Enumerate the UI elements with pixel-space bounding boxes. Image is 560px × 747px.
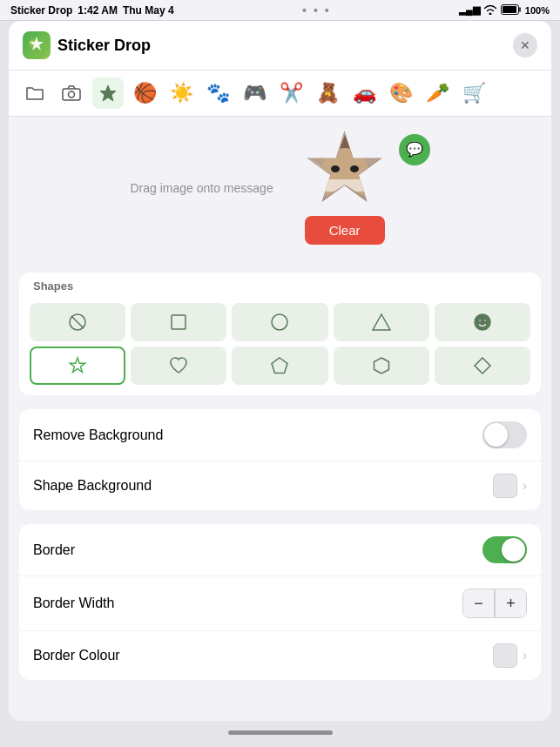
battery-percent: 100%	[525, 5, 550, 16]
three-dots: • • •	[302, 3, 330, 17]
svg-point-17	[272, 314, 287, 330]
svg-rect-13	[319, 179, 371, 192]
toolbar-bear[interactable]: 🧸	[312, 77, 343, 109]
battery-icon	[501, 4, 522, 17]
drag-hint: Drag image onto message	[130, 181, 273, 195]
modal-title: Sticker Drop	[57, 37, 151, 55]
shape-pentagon[interactable]	[232, 347, 327, 385]
modal: Sticker Drop ✕ 🏀 ☀️ 🐾 🎮 ✂️	[9, 21, 551, 721]
shape-triangle[interactable]	[334, 303, 429, 341]
remove-bg-row: Remove Background	[19, 409, 541, 461]
image-area: Drag image onto message	[9, 117, 551, 259]
shape-diamond[interactable]	[435, 347, 530, 385]
border-toggle-thumb	[502, 538, 525, 562]
status-bar: Sticker Drop 1:42 AM Thu May 4 • • • ▂▄▆…	[0, 0, 560, 21]
close-button[interactable]: ✕	[513, 33, 537, 57]
status-right: ▂▄▆ 100%	[459, 4, 550, 17]
toolbar: 🏀 ☀️ 🐾 🎮 ✂️ 🧸 🚗 🎨 🥕 🛒	[9, 71, 551, 117]
border-toggle[interactable]	[482, 536, 527, 563]
image-preview-wrapper: Clear	[305, 131, 385, 245]
modal-title-row: Sticker Drop	[23, 31, 151, 70]
status-date: Thu May 4	[123, 4, 174, 17]
wifi-icon	[483, 4, 497, 17]
app-name: Sticker Drop	[10, 4, 72, 17]
shape-bg-swatch	[493, 474, 517, 498]
remove-bg-label: Remove Background	[33, 427, 163, 443]
shape-square[interactable]	[131, 303, 226, 341]
face-image	[306, 131, 384, 209]
toggle-thumb	[484, 423, 508, 447]
svg-point-19	[475, 314, 490, 330]
toolbar-art[interactable]: 🎨	[385, 77, 416, 109]
shape-none[interactable]	[30, 303, 125, 341]
border-row: Border	[19, 524, 541, 576]
shape-bg-row[interactable]: Shape Background ›	[19, 461, 541, 510]
border-colour-label: Border Colour	[33, 648, 120, 663]
svg-rect-4	[63, 89, 80, 100]
svg-marker-6	[100, 85, 116, 101]
toolbar-carrot[interactable]: 🥕	[422, 77, 453, 109]
clear-button[interactable]: Clear	[305, 216, 385, 245]
svg-marker-22	[70, 358, 85, 373]
svg-line-15	[71, 316, 84, 328]
svg-point-10	[320, 148, 369, 204]
shape-heart[interactable]	[131, 347, 226, 385]
svg-point-20	[478, 320, 481, 322]
toolbar-sun[interactable]: ☀️	[165, 77, 197, 109]
svg-marker-24	[374, 358, 388, 374]
shape-bg-chevron: ›	[523, 478, 527, 494]
shape-star[interactable]	[30, 347, 125, 385]
shape-bg-right: ›	[493, 474, 527, 498]
bottom-handle	[228, 730, 333, 735]
status-time: 1:42 AM	[78, 4, 118, 17]
toolbar-car[interactable]: 🚗	[348, 77, 380, 109]
border-colour-chevron: ›	[523, 648, 527, 663]
shapes-section: Shapes	[19, 273, 541, 395]
close-icon: ✕	[520, 38, 530, 52]
border-section: Border Border Width − + Border Colour ›	[19, 524, 541, 680]
app-icon	[23, 31, 51, 59]
remove-bg-toggle[interactable]	[482, 421, 527, 448]
border-colour-row[interactable]: Border Colour ›	[19, 631, 541, 680]
shapes-title: Shapes	[19, 273, 541, 296]
border-colour-swatch	[493, 643, 517, 668]
toolbar-star[interactable]	[92, 77, 124, 109]
modal-header: Sticker Drop ✕	[9, 21, 551, 71]
toolbar-folder[interactable]	[19, 77, 51, 109]
signal-icon: ▂▄▆	[459, 4, 480, 16]
status-left: Sticker Drop 1:42 AM Thu May 4	[10, 4, 174, 17]
toolbar-camera[interactable]	[56, 77, 87, 109]
border-width-row: Border Width − +	[19, 576, 541, 631]
options-button[interactable]: 💬	[399, 134, 430, 165]
settings-container: Shapes	[9, 259, 551, 721]
border-width-plus[interactable]: +	[495, 589, 526, 617]
toolbar-gamepad[interactable]: 🎮	[239, 77, 270, 109]
shapes-grid	[19, 296, 541, 395]
svg-marker-23	[272, 358, 287, 374]
border-colour-right: ›	[493, 643, 527, 668]
svg-marker-25	[475, 358, 490, 374]
svg-rect-1	[503, 6, 516, 13]
image-preview	[306, 131, 384, 209]
toolbar-scissors[interactable]: ✂️	[275, 77, 307, 109]
shape-bg-label: Shape Background	[33, 478, 152, 494]
shape-face[interactable]	[435, 303, 530, 341]
toolbar-cart[interactable]: 🛒	[458, 77, 489, 109]
svg-point-12	[350, 165, 359, 172]
border-label: Border	[33, 542, 75, 558]
svg-point-11	[331, 165, 340, 172]
svg-rect-16	[172, 315, 186, 329]
shape-hexagon[interactable]	[334, 347, 429, 385]
border-width-stepper: − +	[462, 589, 527, 618]
bg-section: Remove Background Shape Background ›	[19, 409, 541, 510]
border-width-label: Border Width	[33, 596, 114, 611]
svg-point-21	[483, 320, 486, 322]
border-width-minus[interactable]: −	[463, 589, 495, 617]
toolbar-basketball[interactable]: 🏀	[129, 77, 160, 109]
star-frame	[306, 131, 384, 209]
shape-circle[interactable]	[232, 303, 327, 341]
toolbar-paw[interactable]: 🐾	[202, 77, 233, 109]
options-icon: 💬	[406, 143, 423, 157]
svg-point-5	[69, 91, 75, 98]
svg-marker-18	[373, 314, 390, 330]
